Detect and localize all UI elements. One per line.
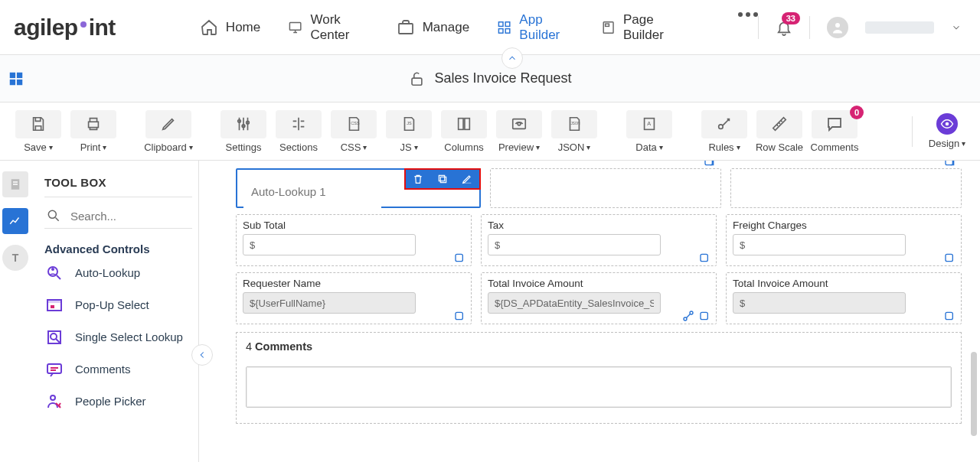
search-wrap	[44, 203, 192, 229]
js-label: JS	[400, 142, 411, 153]
css-button[interactable]: CSS CSS▾	[329, 110, 378, 153]
rules-button[interactable]: Rules▾	[700, 110, 749, 153]
nav-items: Home Work Center Manage App Builder Page…	[200, 12, 758, 43]
nav-app-builder[interactable]: App Builder	[497, 12, 573, 43]
field-total-invoice-2[interactable]: Total Invoice Amount	[726, 272, 962, 324]
tool-popup-select[interactable]: Pop-Up Select	[44, 295, 192, 315]
js-button[interactable]: JS JS▾	[384, 110, 433, 153]
preview-button[interactable]: Preview▾	[495, 110, 544, 153]
design-button[interactable]: Design▾	[928, 110, 966, 153]
preview-icon	[511, 116, 528, 132]
scrollbar[interactable]	[971, 352, 977, 436]
comments-title: 4 Comments	[246, 340, 952, 353]
tool-single-select[interactable]: Single Select Lookup	[44, 327, 192, 347]
avatar[interactable]	[827, 17, 848, 38]
chevron-down-icon	[951, 22, 962, 33]
nav-more[interactable]	[738, 12, 758, 43]
svg-rect-12	[17, 79, 22, 84]
sections-button[interactable]: Sections	[274, 110, 323, 153]
field-sub-total[interactable]: Sub Total	[236, 214, 472, 266]
svg-rect-42	[440, 177, 446, 182]
apps-menu[interactable]	[8, 70, 24, 87]
field-requester-name[interactable]: Requester Name	[236, 272, 472, 324]
comment-textarea[interactable]	[246, 366, 952, 408]
notifications[interactable]: 33	[776, 18, 792, 37]
notification-badge: 33	[782, 12, 800, 24]
tool-label: Comments	[75, 363, 131, 376]
data-button[interactable]: A Data▾	[625, 110, 674, 153]
field-input[interactable]	[488, 234, 661, 255]
rail-chart[interactable]	[2, 208, 28, 234]
css-icon: CSS	[345, 116, 362, 132]
tool-auto-lookup[interactable]: Auto-Lookup	[44, 263, 192, 283]
sidebar-collapse[interactable]	[191, 344, 213, 366]
nav-work-center[interactable]: Work Center	[288, 12, 368, 43]
settings-label: Settings	[226, 142, 262, 153]
sections-icon	[290, 116, 307, 132]
svg-rect-49	[456, 312, 462, 319]
svg-rect-9	[10, 72, 15, 77]
field-input[interactable]	[733, 234, 906, 255]
clipboard-button[interactable]: Clipboard▾	[144, 110, 193, 153]
lookup-badge-icon	[704, 161, 716, 168]
field-input[interactable]	[733, 292, 906, 314]
field-tax[interactable]: Tax	[481, 214, 717, 266]
field-input[interactable]	[243, 292, 416, 314]
edit-field-button[interactable]	[455, 170, 479, 188]
tool-label: Single Select Lookup	[75, 330, 183, 343]
link-icon	[682, 310, 694, 322]
apps-icon	[8, 70, 24, 87]
field-freight[interactable]: Freight Charges	[726, 214, 962, 266]
tool-comments[interactable]: Comments	[44, 360, 192, 379]
svg-rect-36	[47, 300, 61, 303]
tool-people-picker[interactable]: People Picker	[44, 392, 192, 412]
svg-rect-7	[605, 24, 609, 26]
save-button[interactable]: Save▾	[14, 110, 63, 153]
svg-rect-13	[412, 78, 422, 85]
copy-field-button[interactable]	[430, 170, 455, 188]
nav-home[interactable]: Home	[200, 12, 260, 43]
print-label: Print	[80, 142, 101, 153]
json-button[interactable]: JSON JSON▾	[550, 110, 599, 153]
toolbox-sidebar: TOOL BOX Advanced Controls Auto-Lookup P…	[32, 161, 199, 462]
nav-page-builder[interactable]: Page Builder	[601, 12, 683, 43]
empty-cell[interactable]	[730, 168, 962, 208]
settings-button[interactable]: Settings	[219, 110, 268, 153]
empty-cell[interactable]	[490, 168, 721, 208]
topnav-collapse[interactable]	[501, 47, 523, 69]
search-input[interactable]	[69, 209, 176, 223]
lookup-badge-icon	[454, 252, 466, 264]
delete-field-button[interactable]	[406, 170, 430, 188]
lookup-badge-icon	[699, 310, 711, 322]
save-label: Save	[24, 142, 47, 153]
rail-t[interactable]: T	[2, 245, 28, 271]
document-title: Sales Invoice Request	[434, 70, 571, 86]
rules-label: Rules	[708, 142, 733, 153]
document-icon	[8, 177, 22, 191]
comments-block[interactable]: 4 Comments	[236, 332, 962, 424]
auto-lookup-input[interactable]	[243, 174, 381, 209]
columns-icon	[456, 116, 472, 132]
selected-field-auto-lookup[interactable]	[236, 168, 481, 208]
field-input[interactable]	[488, 292, 661, 314]
nav-manage[interactable]: Manage	[397, 12, 469, 43]
rowscale-button[interactable]: Row Scale	[755, 110, 804, 153]
chevron-up-icon	[507, 53, 518, 63]
field-input[interactable]	[243, 234, 416, 255]
ruler-icon	[771, 116, 788, 132]
print-button[interactable]: Print▾	[69, 110, 118, 153]
comments-button[interactable]: 0 Comments	[810, 110, 859, 153]
lookup-badge-icon	[944, 310, 956, 322]
columns-button[interactable]: Columns	[439, 110, 488, 153]
top-nav: agilepint Home Work Center Manage App Bu…	[0, 0, 980, 55]
svg-rect-0	[290, 22, 301, 30]
save-icon	[30, 116, 47, 132]
comments-icon	[45, 360, 64, 379]
rail-doc[interactable]	[2, 171, 28, 197]
data-label: Data	[635, 142, 656, 153]
svg-text:CSS: CSS	[351, 121, 360, 125]
user-menu-chevron[interactable]	[951, 22, 962, 33]
field-total-invoice-1[interactable]: Total Invoice Amount	[481, 272, 717, 324]
design-eye	[936, 113, 958, 135]
toolbox-title: TOOL BOX	[44, 176, 192, 189]
